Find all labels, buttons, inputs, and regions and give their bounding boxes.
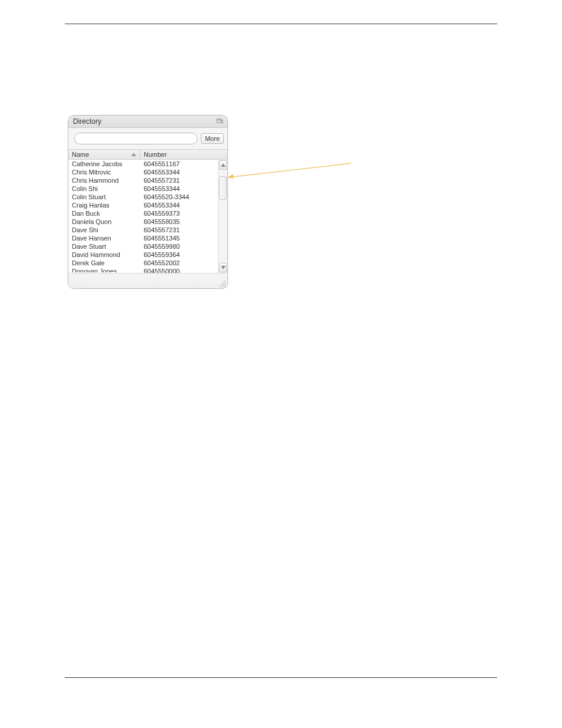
resize-grip-icon[interactable] <box>219 280 226 287</box>
panel-title: Directory <box>73 117 101 126</box>
scroll-down-button[interactable] <box>219 263 227 272</box>
table-row[interactable]: Daniela Quon6045558035 <box>68 218 218 226</box>
column-header-number[interactable]: Number <box>140 150 227 159</box>
cell-name: Dan Buck <box>68 210 140 217</box>
table-row[interactable]: David Hammond6045559364 <box>68 251 218 259</box>
cell-number: 6045559373 <box>140 210 218 217</box>
table-row[interactable]: Colin Stuart60455520-3344 <box>68 193 218 201</box>
cell-name: Colin Stuart <box>68 193 140 200</box>
search-input[interactable] <box>80 135 192 142</box>
table-row[interactable]: Chris Hammond6045557231 <box>68 176 218 185</box>
svg-point-4 <box>223 284 224 285</box>
cell-number: 6045550000 <box>140 268 218 272</box>
table-row[interactable]: Craig Hanlas6045553344 <box>68 201 218 209</box>
svg-point-9 <box>224 286 226 287</box>
cell-number: 6045553344 <box>140 202 218 209</box>
cell-number: 6045557231 <box>140 226 218 233</box>
svg-point-2 <box>224 282 226 284</box>
cell-number: 6045551345 <box>140 235 218 242</box>
table-row[interactable]: Derek Gale6045552002 <box>68 259 218 267</box>
page-top-rule <box>65 24 497 24</box>
cell-number: 6045559980 <box>140 243 218 250</box>
table-body: Catherine Jacobs6045551167Chris Mitrovic… <box>68 160 218 273</box>
scrollbar <box>218 160 227 273</box>
cell-name: Dave Stuart <box>68 243 140 250</box>
cell-number: 6045552002 <box>140 259 218 266</box>
table-row[interactable]: Dave Shi6045557231 <box>68 226 218 234</box>
callout-arrow <box>227 162 351 180</box>
cell-name: David Hammond <box>68 251 140 258</box>
cell-name: Daniela Quon <box>68 218 140 225</box>
cell-name: Colin Shi <box>68 185 140 192</box>
panel-header: Directory <box>68 116 227 128</box>
svg-point-7 <box>221 286 222 287</box>
table-body-wrap: Catherine Jacobs6045551167Chris Mitrovic… <box>68 160 227 273</box>
column-header-name[interactable]: Name <box>68 150 140 159</box>
toolbar: More <box>68 128 227 149</box>
svg-line-10 <box>227 163 351 177</box>
table-row[interactable]: Dave Stuart6045559980 <box>68 242 218 251</box>
cell-number: 60455520-3344 <box>140 193 218 200</box>
column-header-number-label: Number <box>144 151 167 158</box>
search-wrap <box>74 133 197 144</box>
table-row[interactable]: Colin Shi6045553344 <box>68 185 218 193</box>
table-row[interactable]: Dan Buck6045559373 <box>68 209 218 218</box>
cell-number: 6045553344 <box>140 185 218 192</box>
scroll-thumb[interactable] <box>219 176 227 200</box>
svg-point-0 <box>224 281 226 282</box>
cell-name: Catherine Jacobs <box>68 160 140 167</box>
sort-asc-icon <box>131 153 136 156</box>
table-row[interactable]: Dave Hansen6045551345 <box>68 234 218 242</box>
cell-name: Chris Hammond <box>68 177 140 184</box>
cell-number: 6045558035 <box>140 218 218 225</box>
cell-number: 6045557231 <box>140 177 218 184</box>
table-row[interactable]: Donovan Jones6045550000 <box>68 267 218 273</box>
svg-marker-11 <box>227 174 233 179</box>
column-header-name-label: Name <box>72 151 89 158</box>
panel-footer <box>68 273 227 288</box>
cell-name: Derek Gale <box>68 259 140 266</box>
cell-name: Dave Shi <box>68 226 140 233</box>
svg-point-8 <box>223 286 224 287</box>
svg-point-5 <box>224 284 226 285</box>
cell-number: 6045559364 <box>140 251 218 258</box>
cell-number: 6045551167 <box>140 160 218 167</box>
table-row[interactable]: Catherine Jacobs6045551167 <box>68 160 218 168</box>
cell-number: 6045553344 <box>140 169 218 176</box>
scroll-track[interactable] <box>219 170 227 262</box>
cell-name: Dave Hansen <box>68 235 140 242</box>
cell-name: Donovan Jones <box>68 268 140 272</box>
svg-point-6 <box>219 286 220 287</box>
more-button[interactable]: More <box>201 133 224 144</box>
svg-point-1 <box>223 282 224 284</box>
table-row[interactable]: Chris Mitrovic6045553344 <box>68 168 218 176</box>
svg-point-3 <box>221 284 222 285</box>
table-header: Name Number <box>68 149 227 160</box>
detach-icon[interactable] <box>216 118 224 125</box>
directory-panel: Directory More Name Number Catherine Jac… <box>68 115 228 289</box>
cell-name: Chris Mitrovic <box>68 169 140 176</box>
scroll-up-button[interactable] <box>219 160 227 170</box>
page-bottom-rule <box>65 677 497 678</box>
cell-name: Craig Hanlas <box>68 202 140 209</box>
